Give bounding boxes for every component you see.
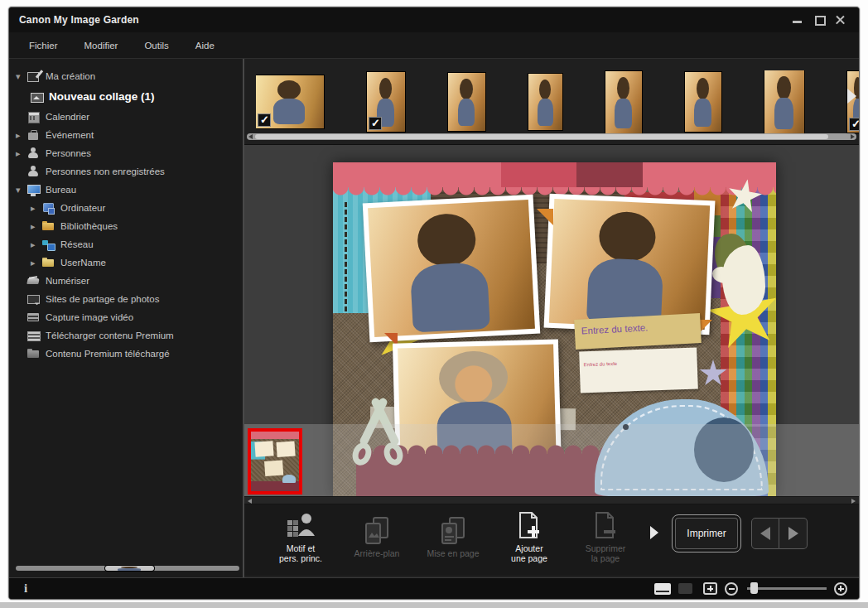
sidebar-item-telecharger-premium[interactable]: Télécharger contenu Premium (9, 326, 243, 345)
scroll-left-arrow-icon[interactable] (248, 499, 252, 504)
sidebar-item-personnes-non-enregistrees[interactable]: Personnes non enregistrées (9, 162, 243, 181)
delete-page-button[interactable]: Supprimerla page (567, 511, 644, 563)
sidebar-item-calendrier[interactable]: Calendrier (9, 108, 243, 126)
expand-arrow-icon[interactable] (31, 203, 42, 214)
checkmark-icon[interactable] (369, 117, 382, 130)
content-area: Entrez du texte. Entrez du texte (244, 59, 859, 577)
white-bird-shape (722, 245, 765, 315)
add-page-icon (514, 511, 545, 541)
sidebar-item-bibliotheques[interactable]: Bibliothèques (9, 217, 243, 235)
window-title: Canon My Image Garden (19, 14, 139, 26)
photo-thumbnail-6[interactable] (685, 72, 721, 132)
thumbnail-strip-scrollbar[interactable] (247, 133, 856, 140)
maximize-icon[interactable] (814, 15, 824, 25)
sidebar-item-contenu-premium[interactable]: Contenu Premium téléchargé (9, 345, 243, 363)
photo-thumbnail-4[interactable] (528, 74, 562, 130)
expand-arrow-icon[interactable] (31, 258, 42, 268)
computer-icon (42, 202, 55, 214)
checkmark-icon[interactable] (849, 118, 859, 131)
sidebar-item-bureau[interactable]: Bureau (9, 181, 243, 199)
info-button[interactable]: i (21, 581, 31, 596)
desktop-icon (27, 184, 40, 195)
photo-thumbnail-7[interactable] (764, 70, 804, 133)
page-thumbnail-selected[interactable] (248, 428, 302, 495)
sidebar-item-label: Capture image vidéo (46, 312, 133, 322)
background-icon (361, 516, 393, 546)
menu-fichier[interactable]: Fichier (17, 37, 70, 54)
scroll-left-arrow-icon[interactable] (248, 134, 253, 139)
photo-thumbnail-3[interactable] (448, 73, 485, 131)
collage-photo-1[interactable] (363, 195, 541, 343)
zoom-controls (654, 582, 847, 596)
layout-button[interactable]: Mise en page (415, 516, 491, 558)
title-bar[interactable]: Canon My Image Garden (9, 7, 859, 32)
close-icon[interactable] (836, 15, 846, 25)
expand-arrow-icon[interactable] (16, 148, 27, 159)
sidebar-item-sites-partage[interactable]: Sites de partage de photos (9, 290, 243, 308)
app-window: Canon My Image Garden Fichier Modifier O… (8, 7, 860, 600)
scroll-right-arrow-icon[interactable] (851, 134, 855, 139)
sidebar-item-ordinateur[interactable]: Ordinateur (9, 199, 243, 217)
text-placeholder-banner[interactable]: Entrez du texte. (574, 313, 702, 350)
window-controls (793, 15, 849, 25)
zoom-slider-thumb[interactable] (750, 582, 758, 594)
view-mode-detail-icon[interactable] (654, 583, 671, 595)
pattern-people-button[interactable]: Motif etpers. princ. (263, 511, 339, 563)
strip-next-arrow-icon[interactable] (847, 89, 856, 104)
photo-thumbnail-5[interactable] (605, 71, 642, 133)
menu-modifier[interactable]: Modifier (73, 37, 130, 54)
sidebar-item-label: Bureau (46, 185, 76, 195)
expand-arrow-icon[interactable] (16, 130, 27, 141)
my-creation-icon (27, 70, 40, 82)
sidebar-item-label: Numériser (46, 276, 89, 286)
menu-aide[interactable]: Aide (184, 37, 226, 54)
view-mode-thumbnail-icon[interactable] (678, 583, 692, 594)
minimize-icon[interactable] (793, 15, 803, 25)
sidebar-horizontal-scrollbar[interactable] (16, 566, 239, 571)
preview-horizontal-scrollbar[interactable] (244, 496, 859, 504)
scanner-icon (27, 275, 40, 287)
zoom-out-icon[interactable] (725, 582, 738, 596)
previous-page-button[interactable] (751, 518, 779, 549)
scroll-right-arrow-icon[interactable] (851, 499, 856, 504)
sidebar-item-reseau[interactable]: Réseau (9, 235, 243, 253)
text-placeholder[interactable]: Entrez du texte. (581, 322, 649, 335)
collage-scalloped-awning (333, 162, 776, 187)
sidebar-item-capture-video[interactable]: Capture image vidéo (9, 308, 243, 326)
zoom-in-icon[interactable] (834, 582, 847, 596)
next-page-button[interactable] (779, 518, 808, 549)
expand-arrow-icon[interactable] (31, 239, 42, 250)
sidebar-item-personnes[interactable]: Personnes (9, 144, 243, 162)
photo-thumbnail-strip (244, 59, 859, 145)
text-placeholder-small[interactable]: Entrez du texte (584, 361, 618, 367)
sidebar: Ma création Nouveau collage (1) Calendri… (9, 59, 244, 577)
add-page-button[interactable]: Ajouterune page (491, 511, 567, 563)
expand-arrow-icon[interactable] (31, 221, 42, 232)
background-button[interactable]: Arrière-plan (339, 516, 415, 558)
collapse-arrow-icon[interactable] (16, 185, 27, 195)
page-navigation (751, 518, 808, 549)
collapse-arrow-icon[interactable] (16, 71, 27, 82)
photo-thumbnail-2[interactable] (367, 72, 405, 132)
sidebar-item-ma-creation[interactable]: Ma création (9, 67, 243, 85)
text-placeholder-banner-small[interactable]: Entrez du texte (579, 348, 698, 393)
sidebar-item-numeriser[interactable]: Numériser (9, 272, 243, 290)
sidebar-item-nouveau-collage[interactable]: Nouveau collage (1) (9, 85, 243, 108)
photo-thumbnail-1[interactable] (256, 75, 324, 128)
edit-toolbar: Motif etpers. princ. Arrière-plan (244, 504, 859, 576)
print-button[interactable]: Imprimer (672, 514, 741, 553)
fit-view-icon[interactable] (703, 582, 717, 595)
more-tools-arrow-icon[interactable] (650, 526, 658, 539)
sidebar-item-label: Personnes (46, 148, 91, 158)
person-icon (27, 166, 40, 177)
scrollbar-thumb[interactable] (255, 134, 828, 139)
checkmark-icon[interactable] (258, 113, 271, 127)
menu-outils[interactable]: Outils (133, 37, 180, 54)
pattern-people-icon (285, 511, 316, 541)
sidebar-item-evenement[interactable]: Événement (9, 126, 243, 144)
sidebar-item-label: Bibliothèques (60, 221, 118, 231)
sidebar-item-username[interactable]: UserName (9, 253, 243, 272)
calendar-icon (27, 111, 40, 123)
zoom-slider[interactable] (747, 587, 827, 590)
collage-preview-area: Entrez du texte. Entrez du texte (244, 145, 859, 496)
